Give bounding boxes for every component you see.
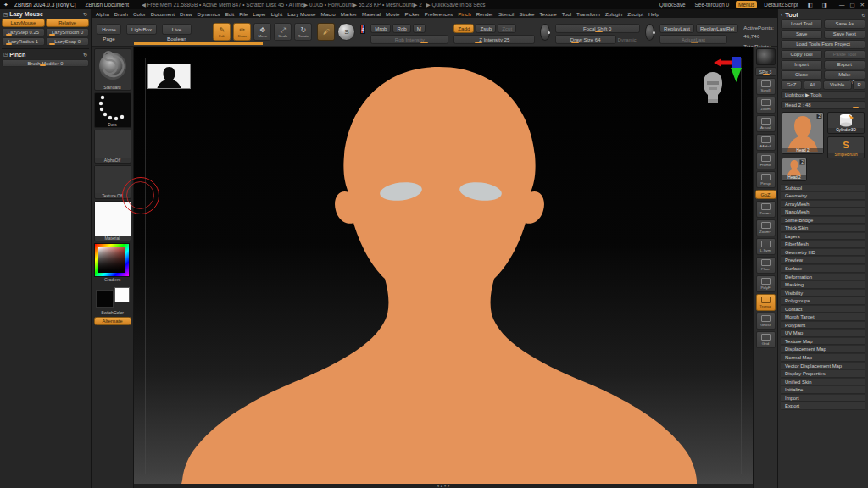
tool-section-header[interactable]: Surface (781, 264, 865, 273)
shelf-icon-button[interactable]: Actual (756, 115, 776, 132)
draw-mode-button[interactable]: ✏ Draw (233, 23, 251, 41)
cylinder3d-tool-thumbnail[interactable]: Cylinder3D (827, 112, 865, 134)
scale-mode-button[interactable]: ⤢ Scale (274, 23, 292, 41)
m-button[interactable]: M (413, 24, 426, 33)
scroll-left-icon[interactable]: ◂ (437, 484, 438, 488)
copy-tool-button[interactable]: Copy Tool (781, 50, 822, 59)
shelf-icon-button[interactable]: L.Sym (756, 238, 776, 255)
menu-item[interactable]: Layer (250, 11, 268, 17)
export-button[interactable]: Export (824, 60, 865, 69)
simplebrush-tool-thumbnail[interactable]: S SimpleBrush (827, 136, 865, 158)
tool-section-header[interactable]: Initialize (781, 385, 865, 394)
goz-tool-button[interactable]: GoZ (781, 80, 802, 90)
shelf-icon-button[interactable]: Zoom− (756, 219, 776, 236)
tool-section-header[interactable]: Geometry (781, 191, 865, 200)
shelf-icon-button[interactable]: Zoom+ (756, 201, 776, 218)
tool-section-header[interactable]: Slime Bridge (781, 216, 865, 225)
move-mode-button[interactable]: ✥ Move (253, 23, 271, 41)
tool-section-header[interactable]: Display Properties (781, 369, 865, 378)
saturation-square[interactable] (98, 247, 125, 273)
canvas-bottom-scrollbar[interactable]: ◂ ▴ ▾ ▸ (134, 484, 753, 488)
focal-shift-slider[interactable]: Focal Shift 0 (555, 24, 640, 33)
tool-section-header[interactable]: Polygroups (781, 297, 865, 305)
menu-item[interactable]: Tool (559, 11, 574, 17)
menu-item[interactable]: Color (131, 11, 148, 17)
goz-visible-button[interactable]: Visible (823, 80, 852, 90)
default-zscript-button[interactable]: DefaultZScript (761, 2, 801, 8)
tool-section-header[interactable]: Masking (781, 280, 865, 289)
menu-item[interactable]: File (236, 11, 250, 17)
save-as-button[interactable]: Save As (824, 19, 865, 29)
tool-section-header[interactable]: Import (781, 394, 865, 402)
tool-section-header[interactable]: Geometry HD (781, 248, 865, 257)
right-tray-toggle-icon[interactable]: ◨ (820, 2, 830, 8)
menu-item[interactable]: Dynamics (194, 11, 222, 17)
replay-last-button[interactable]: ReplayLast (659, 24, 694, 33)
current-alpha-button[interactable]: AlphaOff (94, 130, 131, 164)
shelf-icon-button[interactable]: Grid (756, 331, 776, 348)
tool-section-header[interactable]: Preview (781, 256, 865, 264)
menu-item[interactable]: Texture (537, 11, 559, 17)
current-brush-button[interactable]: Standard (94, 48, 131, 91)
menu-item[interactable]: Zplugin (603, 11, 625, 17)
tool-section-header[interactable]: UV Map (781, 329, 865, 337)
menu-item[interactable]: Pinch (455, 11, 473, 17)
menu-item[interactable]: Brush (112, 11, 131, 17)
palette-refresh-icon[interactable]: ↻ (83, 11, 87, 17)
hue-ring[interactable] (94, 243, 130, 277)
shelf-icon-button[interactable]: Scroll (756, 78, 776, 95)
menu-item[interactable]: Picker (403, 11, 422, 17)
shelf-icon-button[interactable]: Persp (756, 171, 776, 188)
menu-item[interactable]: Draw (177, 11, 194, 17)
menu-item[interactable]: Material (359, 11, 383, 17)
import-button[interactable]: Import (781, 60, 822, 69)
z-intensity-slider[interactable]: Z Intensity 25 (453, 35, 535, 44)
viewport-canvas[interactable] (134, 47, 753, 484)
tool-section-header[interactable]: Normal Map (781, 353, 865, 362)
lazy-mouse-palette-header[interactable]: ◳ Lazy Mouse ↻ (2, 10, 89, 18)
palette-refresh-icon[interactable]: ↻ (861, 12, 865, 18)
menu-item[interactable]: Transform (574, 11, 603, 17)
shelf-icon-button[interactable]: PolyF (756, 275, 776, 292)
menu-item[interactable]: Preferences (422, 11, 455, 17)
sculptris-pro-button[interactable]: 🖌 (317, 23, 335, 41)
menu-item[interactable]: Lazy Mouse (285, 11, 318, 17)
tool-section-header[interactable]: Displacement Map (781, 345, 865, 353)
rgb-intensity-slider[interactable]: Rgb Intensity (370, 35, 448, 44)
material-sphere-button[interactable]: S (337, 23, 355, 41)
tool-section-header[interactable]: Morph Target (781, 313, 865, 321)
minimize-button[interactable]: — (839, 2, 845, 8)
lazymouse-toggle[interactable]: LazyMouse (2, 19, 45, 27)
tool-section-header[interactable]: Export (781, 402, 865, 410)
bpr-render-button[interactable] (756, 48, 776, 65)
color-picker[interactable]: Gradient (94, 243, 131, 286)
see-through-slider[interactable]: See-through 0 (693, 2, 732, 8)
clone-button[interactable]: Clone (781, 70, 822, 80)
alternate-button[interactable]: Alternate (94, 317, 131, 325)
tool-section-header[interactable]: Subtool (781, 184, 865, 192)
adjust-last-slider[interactable]: AdjustLast (659, 35, 727, 44)
home-page-button[interactable]: Home Page (97, 24, 121, 35)
tool-section-header[interactable]: Layers (781, 232, 865, 241)
tool-section-header[interactable]: Unified Skin (781, 378, 865, 386)
goz-button[interactable]: GoZ (755, 190, 776, 199)
close-button[interactable]: ✕ (860, 2, 865, 8)
lazysnap-slider[interactable]: LazySnap 0 (46, 37, 89, 46)
maximize-button[interactable]: ▢ (849, 2, 854, 8)
shelf-icon-button[interactable]: Floor (756, 257, 776, 274)
menu-item[interactable]: Edit (223, 11, 237, 17)
tool-section-header[interactable]: Deformation (781, 273, 865, 281)
switch-color-widget[interactable] (94, 287, 131, 309)
menu-item[interactable]: Zscript (625, 11, 646, 17)
load-tools-from-project-button[interactable]: Load Tools From Project (781, 40, 865, 49)
dynamic-toggle[interactable]: Dynamic (618, 37, 637, 42)
tool-section-header[interactable]: Vector Displacement Map (781, 362, 865, 370)
active-tool-slider[interactable]: Head 2 : 48 (781, 101, 865, 109)
paste-tool-button[interactable]: Paste Tool (824, 50, 865, 59)
mrgb-button[interactable]: Mrgb (370, 24, 391, 33)
tool-section-header[interactable]: Thick Skin (781, 224, 865, 232)
scroll-up-icon[interactable]: ▴ (441, 484, 442, 488)
live-boolean-button[interactable]: Live Boolean (162, 24, 192, 35)
draw-size-slider[interactable]: Draw Size 64 (555, 35, 616, 44)
menu-item[interactable]: Stencil (496, 11, 517, 17)
